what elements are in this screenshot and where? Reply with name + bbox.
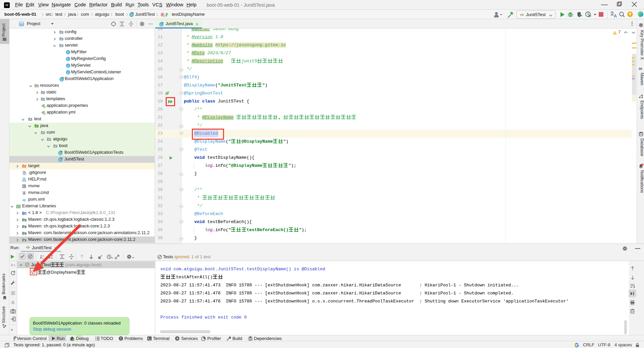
svg-text:a: a xyxy=(42,255,44,257)
svg-text:9: 9 xyxy=(13,264,15,267)
svg-text:z: z xyxy=(42,257,44,259)
svg-text:m: m xyxy=(22,198,25,202)
svg-text:MD: MD xyxy=(23,180,26,182)
svg-text:C: C xyxy=(67,64,69,68)
svg-text:C: C xyxy=(67,51,69,54)
svg-text:C: C xyxy=(67,71,69,74)
svg-text:C: C xyxy=(67,57,69,61)
svg-text:A: A xyxy=(614,14,617,18)
